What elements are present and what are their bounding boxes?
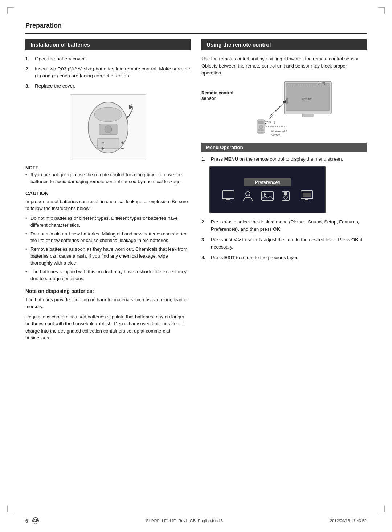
menu-step-4-num: 4. — [201, 254, 208, 261]
svg-text:(5 m): (5 m) — [318, 81, 325, 85]
note-list: If you are not going to use the remote c… — [25, 172, 191, 185]
page-number: 6 - — [25, 518, 31, 524]
section-title: Preparation — [25, 22, 367, 29]
remote-diagram-svg: SHARP (5 m) — [237, 80, 335, 138]
svg-text:SHARP: SHARP — [302, 97, 312, 100]
footer-timestamp: 2012/09/13 17:43:52 — [330, 519, 367, 523]
disposing-text-2: Regulations concerning used batteries st… — [25, 313, 191, 342]
svg-text:+: + — [121, 140, 124, 146]
svg-rect-11 — [302, 114, 313, 117]
corner-mark-tr — [378, 7, 385, 14]
svg-rect-42 — [303, 193, 311, 197]
step-2-num: 2. — [25, 65, 32, 80]
gb-circle: GB — [32, 517, 39, 524]
corner-mark-bl — [7, 505, 14, 512]
battery-image: − + + − — [70, 94, 146, 160]
footer-file-info: SHARP_LE144E_Rev1_GB_English.indd 6 — [146, 519, 223, 523]
step-2: 2. Insert two R03 (“AAA” size) batteries… — [25, 65, 191, 80]
svg-rect-34 — [262, 192, 273, 200]
caution-bullet-1: Do not mix batteries of different types.… — [25, 215, 191, 229]
diagram-inner: Remote controlsensor SHARP — [201, 80, 335, 138]
menu-step-4: 4. Press EXIT to return to the previous … — [201, 254, 367, 261]
svg-rect-13 — [286, 98, 288, 104]
disposing-section: Note on disposing batteries: The batteri… — [25, 288, 191, 342]
svg-text:−: − — [121, 145, 124, 151]
right-column: Using the remote control Use the remote … — [201, 39, 367, 344]
svg-rect-30 — [222, 191, 234, 199]
menu-step-2-text: Press < > to select the desired menu (Pi… — [211, 218, 367, 233]
footer: 6 - GB SHARP_LE144E_Rev1_GB_English.indd… — [0, 517, 392, 524]
menu-op-steps: 1. Press MENU on the remote control to d… — [201, 156, 367, 163]
computer-icon — [300, 190, 313, 202]
menu-screen-bar: Preferences — [244, 178, 291, 186]
menu-op-header: Menu Operation — [201, 143, 367, 152]
battery-illustration-svg: − + + − — [74, 99, 143, 156]
note-item: If you are not going to use the remote c… — [25, 172, 191, 185]
disposing-title: Note on disposing batteries: — [25, 288, 191, 294]
step-2-text: Insert two R03 (“AAA” size) batteries in… — [35, 65, 191, 80]
left-col-header: Installation of batteries — [25, 39, 191, 50]
svg-text:+: + — [101, 145, 104, 151]
step-1-text: Open the battery cover. — [35, 55, 86, 63]
menu-step-1-num: 1. — [201, 156, 208, 163]
caution-bullet-3: Remove batteries as soon as they have wo… — [25, 246, 191, 267]
svg-point-33 — [246, 192, 250, 196]
svg-rect-26 — [258, 129, 261, 131]
remote-intro: Use the remote control unit by pointing … — [201, 55, 367, 77]
installation-steps: 1. Open the battery cover. 2. Insert two… — [25, 55, 191, 89]
settings-icon — [241, 190, 254, 202]
menu-icon-display — [222, 190, 235, 202]
diagram-image: SHARP (5 m) — [237, 80, 335, 138]
menu-icon-computer — [300, 190, 313, 202]
svg-text:−: − — [101, 140, 104, 146]
caution-bullets: Do not mix batteries of different types.… — [25, 215, 191, 282]
picture-icon — [261, 190, 274, 202]
menu-icon-sound — [281, 190, 294, 202]
step-1: 1. Open the battery cover. — [25, 55, 191, 63]
remote-diagram: Remote controlsensor SHARP — [201, 80, 367, 138]
step-3: 3. Replace the cover. — [25, 82, 191, 90]
footer-page-gb: 6 - GB — [25, 517, 39, 524]
svg-point-25 — [259, 125, 263, 129]
svg-rect-29 — [261, 132, 264, 133]
menu-icon-settings — [241, 190, 254, 202]
menu-step-4-text: Press EXIT to return to the previous lay… — [211, 254, 298, 261]
menu-step-3-text: Press ∧ ∨ < > to select / adjust the ite… — [211, 236, 367, 250]
svg-point-37 — [284, 196, 287, 199]
svg-text:Vertical: Vertical — [271, 133, 281, 137]
right-col-header: Using the remote control — [201, 39, 367, 50]
svg-rect-27 — [261, 129, 264, 131]
display-icon — [222, 190, 235, 202]
svg-point-1 — [94, 107, 122, 122]
caution-title: CAUTION — [25, 190, 191, 196]
svg-text:Horizontal &: Horizontal & — [271, 130, 287, 133]
caution-bullet-2: Do not mix old and new batteries. Mixing… — [25, 231, 191, 245]
svg-point-3 — [105, 126, 112, 133]
menu-step-1: 1. Press MENU on the remote control to d… — [201, 156, 367, 163]
caution-bullet-4: The batteries supplied with this product… — [25, 269, 191, 282]
svg-rect-4 — [97, 138, 119, 149]
menu-icons-row — [222, 190, 313, 202]
corner-mark-br — [378, 505, 385, 512]
menu-step-3-num: 3. — [201, 236, 208, 250]
svg-rect-38 — [284, 192, 287, 195]
step-3-num: 3. — [25, 82, 32, 90]
step-3-text: Replace the cover. — [35, 82, 75, 90]
caution-intro: Improper use of batteries can result in … — [25, 198, 191, 212]
sound-icon — [281, 190, 294, 202]
two-column-layout: Installation of batteries 1. Open the ba… — [25, 39, 367, 344]
page: Preparation Installation of batteries 1.… — [0, 0, 392, 532]
step-1-num: 1. — [25, 55, 32, 63]
svg-rect-24 — [258, 121, 264, 124]
left-column: Installation of batteries 1. Open the ba… — [25, 39, 191, 344]
menu-op-steps-2: 2. Press < > to select the desired menu … — [201, 218, 367, 261]
sensor-label: Remote controlsensor — [201, 90, 233, 102]
disposing-text-1: The batteries provided contain no harmfu… — [25, 296, 191, 310]
corner-mark-tl — [7, 7, 14, 14]
menu-icon-picture — [261, 190, 274, 202]
svg-rect-40 — [305, 199, 308, 200]
section-divider — [25, 33, 367, 34]
menu-screen-mockup: Preferences — [209, 166, 326, 213]
menu-step-2-num: 2. — [201, 218, 208, 233]
note-box: NOTE If you are not going to use the rem… — [25, 165, 191, 185]
